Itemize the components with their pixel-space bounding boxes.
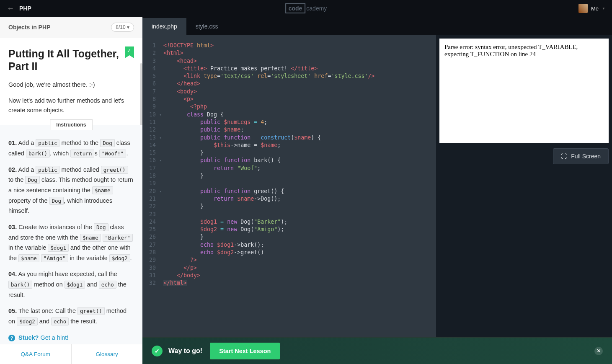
tab-style-css[interactable]: style.css [186,18,227,35]
avatar [578,4,588,13]
instruction-step-4: 04. As you might have expected, call the… [8,269,134,300]
lesson-body: Putting It All Together, Part II ✓ Good … [0,38,142,344]
user-menu[interactable]: Me ▼ [578,4,605,13]
lesson-title: Putting It All Together, Part II [8,47,125,72]
editor-panel: index.php style.css 1<!DOCTYPE html> 2<h… [142,17,612,364]
logo-box: code [285,3,306,13]
instruction-step-5: 05. The last one: Call the greet() metho… [8,306,134,326]
instruction-step-3: 03. Create two instances of the Dog clas… [8,222,134,263]
hint-link[interactable]: ? Stuck? Get a hint! [8,333,134,343]
logo-text: cademy [306,5,327,12]
logo[interactable]: codecademy [285,3,327,13]
start-next-lesson-button[interactable]: Start Next Lesson [210,343,280,359]
instructions-divider: Instructions 01. Add a public method to … [0,125,142,344]
instruction-step-2: 02. Add a public method called greet() t… [8,165,134,216]
bookmark-ribbon-icon[interactable]: ✓ [125,46,134,58]
file-tabs: index.php style.css [142,17,612,35]
check-circle-icon: ✓ [152,346,163,356]
error-message: Parse error: syntax error, unexpected T_… [444,44,578,57]
lesson-header: Objects in PHP 8/10 ▾ [0,17,142,38]
progress-dropdown[interactable]: 8/10 ▾ [111,23,134,32]
lesson-panel: Objects in PHP 8/10 ▾ Putting It All Tog… [0,17,142,364]
bottom-tabs: Q&A Forum Glossary [0,344,142,364]
back-arrow-icon[interactable]: ← [7,4,14,13]
instructions-label: Instructions [50,119,93,130]
question-icon: ? [8,335,15,341]
tab-index-php[interactable]: index.php [142,18,186,35]
lesson-intro: Good job, we're almost there. :-) Now le… [8,80,134,115]
tab-qa-forum[interactable]: Q&A Forum [0,344,72,364]
footer-bar: ✓ Way to go! Start Next Lesson ✕ [142,337,612,364]
output-panel: Parse error: syntax error, unexpected T_… [436,35,612,364]
top-bar: ← PHP codecademy Me ▼ [0,0,612,17]
footer-message: Way to go! [168,347,202,355]
section-name: Objects in PHP [8,24,50,31]
code-editor[interactable]: 1<!DOCTYPE html> 2<html> 3 <head> 4 <tit… [142,35,436,364]
fullscreen-button[interactable]: ⛶ Full Screen [553,148,609,164]
user-label: Me [591,5,599,12]
instruction-step-1: 01. Add a public method to the Dog class… [8,138,134,158]
chevron-down-icon: ▼ [602,7,605,10]
tab-glossary[interactable]: Glossary [72,344,143,364]
instructions-body: 01. Add a public method to the Dog class… [0,125,142,344]
output-box: Parse error: syntax error, unexpected T_… [439,39,609,143]
close-footer-button[interactable]: ✕ [594,347,603,355]
fullscreen-icon: ⛶ [561,153,567,160]
course-name: PHP [19,5,31,12]
